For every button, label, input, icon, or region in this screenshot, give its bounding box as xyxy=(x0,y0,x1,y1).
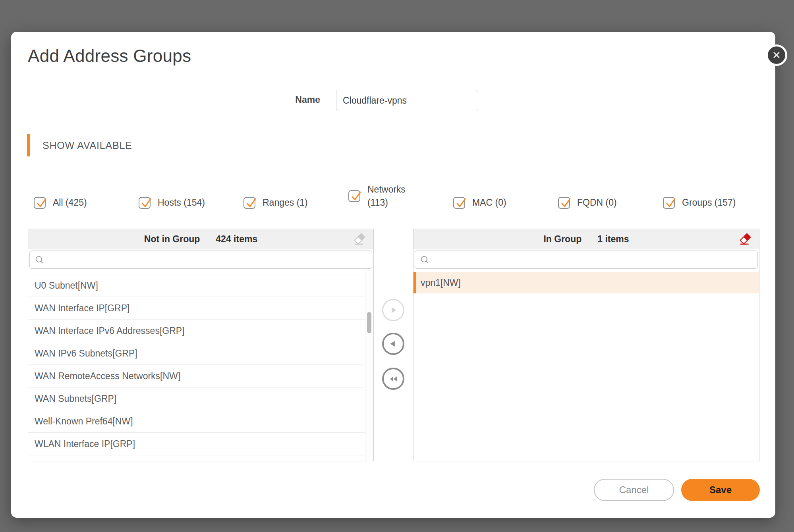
arrow-left-icon xyxy=(388,339,398,349)
name-input[interactable] xyxy=(336,90,478,111)
cancel-button[interactable]: Cancel xyxy=(594,479,674,501)
not-in-group-panel: Not in Group 424 items xyxy=(28,229,374,461)
scrollbar-thumb[interactable] xyxy=(367,312,371,333)
panel-item-count: 424 items xyxy=(216,234,257,245)
checkbox-checked-icon[interactable] xyxy=(663,197,675,209)
scrollbar-track[interactable] xyxy=(365,270,373,462)
filter-label: FQDN (0) xyxy=(577,196,617,209)
filter-label: Groups (157) xyxy=(682,196,736,209)
accent-bar xyxy=(27,134,30,156)
list-item[interactable]: WLAN Interface IP[GRP] xyxy=(28,433,373,455)
search-box[interactable] xyxy=(29,251,372,269)
selected-group-member[interactable]: vpn1[NW] xyxy=(413,272,759,293)
clear-selection-eraser-icon[interactable] xyxy=(353,233,366,246)
list-item[interactable]: WAN Interface IPv6 Addresses[GRP] xyxy=(28,320,373,342)
not-in-group-list: U0 Subnet[NW] WAN Interface IP[GRP] WAN … xyxy=(28,270,373,462)
save-button[interactable]: Save xyxy=(681,479,760,501)
filter-networks[interactable]: Networks (113) xyxy=(348,183,453,210)
checkbox-checked-icon[interactable] xyxy=(453,197,465,209)
checkbox-checked-icon[interactable] xyxy=(348,190,360,202)
type-filters: All (425) Hosts (154) Ranges (1) Network… xyxy=(34,183,768,210)
not-in-group-rows: U0 Subnet[NW] WAN Interface IP[GRP] WAN … xyxy=(28,274,373,455)
list-item[interactable]: U0 Subnet[NW] xyxy=(28,274,373,297)
in-group-rows: vpn1[NW] xyxy=(413,272,759,293)
double-arrow-left-icon xyxy=(388,374,399,384)
list-item[interactable]: WAN Interface IP[GRP] xyxy=(28,297,373,320)
close-button[interactable]: ✕ xyxy=(766,44,787,66)
filter-label: Networks (113) xyxy=(367,183,416,210)
filter-all[interactable]: All (425) xyxy=(34,196,139,209)
list-item[interactable]: WAN RemoteAccess Networks[NW] xyxy=(28,365,373,387)
list-item[interactable]: WAN Subnets[GRP] xyxy=(28,387,373,410)
add-address-groups-dialog: ✕ Add Address Groups Name SHOW AVAILABLE… xyxy=(11,32,775,518)
remove-all-from-group-button[interactable] xyxy=(382,368,404,390)
panel-item-count: 1 items xyxy=(597,234,629,245)
scrolled-row-sliver xyxy=(28,270,373,274)
filter-label: MAC (0) xyxy=(472,196,506,209)
checkbox-checked-icon[interactable] xyxy=(34,197,46,209)
in-group-search-area xyxy=(413,249,759,270)
clear-group-eraser-icon[interactable] xyxy=(738,233,752,246)
not-in-group-search-area xyxy=(28,249,373,270)
not-in-group-header: Not in Group 424 items xyxy=(28,229,373,249)
panel-title: Not in Group xyxy=(144,234,200,245)
in-group-search-input[interactable] xyxy=(433,251,755,268)
arrow-right-icon xyxy=(388,305,398,315)
dialog-title: Add Address Groups xyxy=(28,46,191,66)
checkbox-checked-icon[interactable] xyxy=(243,197,255,209)
search-icon xyxy=(420,255,430,265)
list-item[interactable]: WAN IPv6 Subnets[GRP] xyxy=(28,342,373,365)
filter-mac[interactable]: MAC (0) xyxy=(453,196,558,209)
search-icon xyxy=(35,255,45,265)
not-in-group-search-input[interactable] xyxy=(48,251,369,268)
checkbox-checked-icon[interactable] xyxy=(558,197,570,209)
close-icon: ✕ xyxy=(772,50,781,60)
search-box[interactable] xyxy=(415,251,758,269)
filter-label: Ranges (1) xyxy=(263,196,308,209)
list-item[interactable]: Well-Known Pref64[NW] xyxy=(28,410,373,433)
filter-fqdn[interactable]: FQDN (0) xyxy=(558,196,663,209)
section-heading: SHOW AVAILABLE xyxy=(43,140,132,151)
filter-label: All (425) xyxy=(53,196,87,209)
name-label: Name xyxy=(265,94,320,105)
show-available-section: SHOW AVAILABLE xyxy=(27,134,132,156)
move-to-group-button[interactable] xyxy=(382,299,404,321)
in-group-panel: In Group 1 items xyxy=(413,229,759,461)
filter-label: Hosts (154) xyxy=(158,196,205,209)
in-group-header: In Group 1 items xyxy=(413,229,759,249)
filter-ranges[interactable]: Ranges (1) xyxy=(243,196,348,209)
filter-groups[interactable]: Groups (157) xyxy=(663,196,768,209)
filter-hosts[interactable]: Hosts (154) xyxy=(139,196,243,209)
panel-title: In Group xyxy=(543,234,581,245)
in-group-list: vpn1[NW] xyxy=(413,270,759,462)
checkbox-checked-icon[interactable] xyxy=(139,197,151,209)
remove-from-group-button[interactable] xyxy=(382,333,404,355)
